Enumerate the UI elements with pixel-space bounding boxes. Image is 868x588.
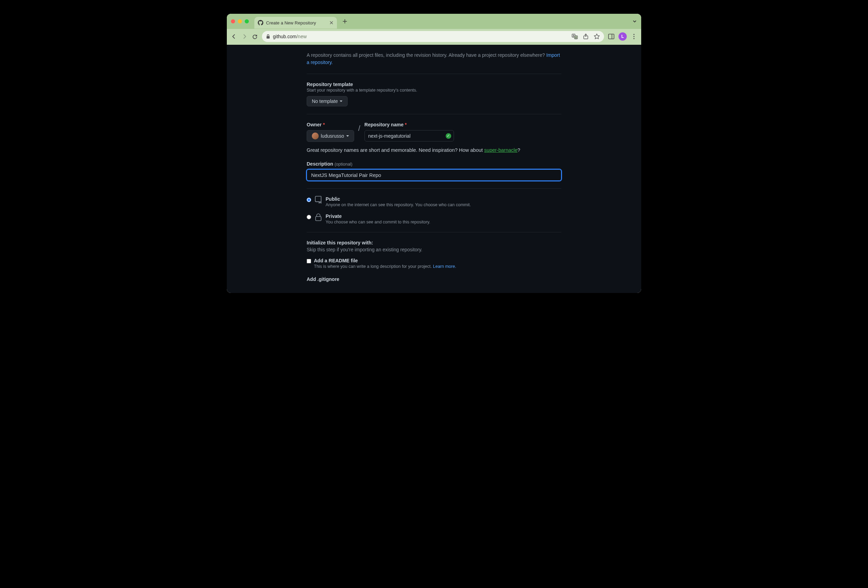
repo-name-input[interactable] <box>365 130 454 142</box>
browser-right-controls: L <box>608 33 637 41</box>
tab-title: Create a New Repository <box>266 20 326 25</box>
divider <box>307 114 561 114</box>
init-heading: Initialize this repository with: <box>307 240 561 245</box>
path-separator: / <box>354 122 365 133</box>
template-sub: Start your repository with a template re… <box>307 88 561 93</box>
close-window-button[interactable] <box>231 19 235 24</box>
private-desc: You choose who can see and commit to thi… <box>326 220 430 225</box>
svg-point-12 <box>633 34 634 35</box>
browser-window: Create a New Repository github.com/new <box>227 14 641 293</box>
tabs-menu-button[interactable] <box>632 19 637 24</box>
init-sub: Skip this step if you're importing an ex… <box>307 247 561 252</box>
check-icon: ✓ <box>446 133 451 139</box>
owner-dropdown-button[interactable]: ludusrusso <box>307 130 354 142</box>
share-icon[interactable] <box>583 33 589 40</box>
private-title: Private <box>326 213 430 219</box>
repo-icon <box>314 195 322 204</box>
browser-chrome: Create a New Repository github.com/new <box>227 14 641 45</box>
readme-learn-more-link[interactable]: Learn more. <box>433 264 456 269</box>
gitignore-label: Add .gitignore <box>307 276 561 282</box>
minimize-window-button[interactable] <box>238 19 242 24</box>
repo-name-label: Repository name * <box>365 122 454 127</box>
repo-name-hint: Great repository names are short and mem… <box>307 147 561 153</box>
reload-button[interactable] <box>252 33 258 40</box>
translate-icon[interactable] <box>572 33 578 40</box>
svg-rect-4 <box>267 36 270 38</box>
page-subtitle: A repository contains all project files,… <box>307 52 561 66</box>
readme-row[interactable]: Add a README file This is where you can … <box>307 258 561 269</box>
init-section: Initialize this repository with: Skip th… <box>307 240 561 282</box>
description-section: Description (optional) <box>307 161 561 181</box>
more-menu-icon[interactable] <box>631 33 637 40</box>
description-label: Description (optional) <box>307 161 561 167</box>
owner-avatar-icon <box>312 133 319 139</box>
svg-rect-15 <box>316 217 321 221</box>
svg-rect-10 <box>608 34 614 39</box>
bookmark-icon[interactable] <box>594 33 600 40</box>
description-input[interactable] <box>307 169 561 181</box>
visibility-private-row[interactable]: Private You choose who can see and commi… <box>307 213 561 225</box>
url-text: github.com/new <box>273 34 307 39</box>
page-content: A repository contains all project files,… <box>227 45 641 293</box>
name-suggestion-link[interactable]: super-barnacle <box>484 147 518 153</box>
address-bar[interactable]: github.com/new <box>262 31 604 42</box>
forward-button[interactable] <box>241 33 248 40</box>
address-bar-row: github.com/new L <box>227 29 641 45</box>
new-tab-button[interactable] <box>340 19 350 24</box>
divider <box>307 232 561 232</box>
public-title: Public <box>326 196 471 202</box>
public-radio[interactable] <box>307 198 311 202</box>
maximize-window-button[interactable] <box>245 19 249 24</box>
back-button[interactable] <box>231 33 237 40</box>
caret-down-icon <box>346 135 349 137</box>
caret-down-icon <box>340 100 342 102</box>
readme-title: Add a README file <box>314 258 456 263</box>
template-label: Repository template <box>307 81 561 87</box>
svg-point-13 <box>633 36 634 37</box>
visibility-public-row[interactable]: Public Anyone on the internet can see th… <box>307 196 561 207</box>
window-controls <box>231 19 252 24</box>
lock-icon <box>314 213 322 222</box>
browser-tab[interactable]: Create a New Repository <box>254 17 337 28</box>
private-radio[interactable] <box>307 215 311 219</box>
sidepanel-icon[interactable] <box>608 33 614 40</box>
divider <box>307 74 561 74</box>
owner-repo-row: Owner * ludusrusso / Repository name * ✓ <box>307 122 561 142</box>
divider <box>307 188 561 189</box>
lock-icon <box>266 34 270 39</box>
svg-point-14 <box>633 38 634 39</box>
github-icon <box>258 20 263 25</box>
public-desc: Anyone on the internet can see this repo… <box>326 202 471 207</box>
svg-marker-9 <box>594 34 599 39</box>
template-section: Repository template Start your repositor… <box>307 81 561 106</box>
profile-avatar[interactable]: L <box>619 33 627 41</box>
template-dropdown-button[interactable]: No template <box>307 96 348 106</box>
titlebar: Create a New Repository <box>227 14 641 29</box>
owner-label: Owner * <box>307 122 354 127</box>
readme-checkbox[interactable] <box>307 259 311 263</box>
close-tab-button[interactable] <box>329 21 334 25</box>
readme-desc: This is where you can write a long descr… <box>314 264 456 269</box>
